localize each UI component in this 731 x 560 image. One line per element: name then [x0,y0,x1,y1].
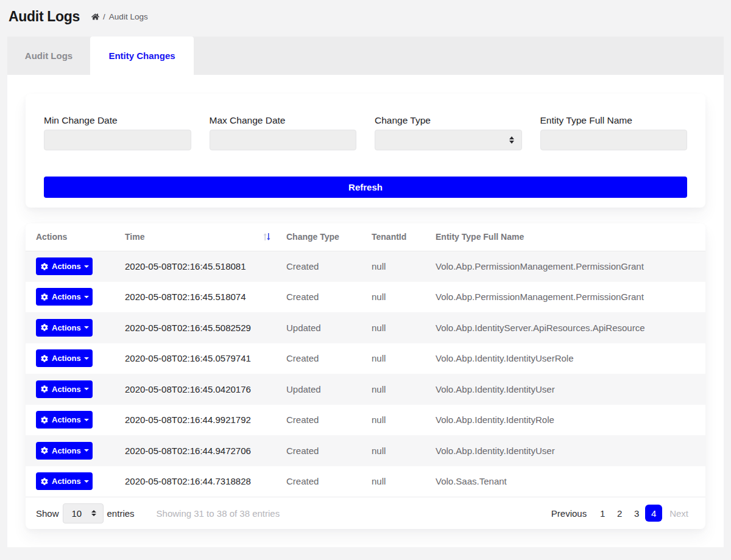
entity-type-cell: Volo.Abp.PermissionManagement.Permission… [425,251,705,282]
tab-entity-changes[interactable]: Entity Changes [90,37,194,75]
table-card: Actions Time Change Type TenantId Entity… [26,223,705,529]
col-header-actions[interactable]: Actions [26,223,115,251]
caret-down-icon [84,419,89,421]
pagination: Previous 1 2 3 4 Next [551,505,688,522]
tenant-id-cell: null [361,374,425,405]
home-icon[interactable] [91,13,99,21]
max-change-date-input[interactable] [210,130,357,150]
tab-audit-logs[interactable]: Audit Logs [7,37,90,75]
page-size-updown-icon [91,510,96,516]
tenant-id-cell: null [361,282,425,313]
tenant-id-cell: null [361,435,425,466]
tab-content: Min Change Date Max Change Date Change T… [7,75,724,547]
min-change-date-input[interactable] [44,130,191,150]
actions-cell: Actions [26,343,115,374]
actions-button[interactable]: Actions [36,442,93,460]
select-updown-icon [509,136,514,144]
breadcrumb-separator: / [103,12,105,21]
entity-type-cell: Volo.Saas.Tenant [425,466,705,497]
field-entity-type-full-name: Entity Type Full Name [540,114,688,150]
table-row: Actions 2020-05-08T02:16:45.5082529 Upda… [26,312,705,343]
tenant-id-cell: null [361,405,425,436]
tenant-id-cell: null [361,466,425,497]
pagination-page-3[interactable]: 3 [628,505,645,522]
time-cell: 2020-05-08T02:16:44.9472706 [115,435,276,466]
time-cell: 2020-05-08T02:16:44.9921792 [115,405,276,436]
pagination-previous[interactable]: Previous [551,508,587,519]
gear-icon [41,355,48,362]
table-row: Actions 2020-05-08T02:16:44.9921792 Crea… [26,405,705,436]
actions-button[interactable]: Actions [36,472,93,490]
actions-button[interactable]: Actions [36,319,93,337]
actions-button[interactable]: Actions [36,380,93,398]
actions-cell: Actions [26,466,115,497]
gear-icon [41,478,48,485]
col-header-tenant-id[interactable]: TenantId [361,223,425,251]
entity-type-cell: Volo.Abp.Identity.IdentityUser [425,374,705,405]
pagination-next[interactable]: Next [669,508,688,519]
breadcrumb-current: Audit Logs [109,12,148,21]
entity-type-full-name-label: Entity Type Full Name [540,114,688,127]
entity-type-cell: Volo.Abp.Identity.IdentityUser [425,435,705,466]
tenant-id-cell: null [361,343,425,374]
entries-label: entries [107,508,135,519]
caret-down-icon [84,449,89,452]
col-header-change-type[interactable]: Change Type [276,223,361,251]
entity-type-cell: Volo.Abp.Identity.IdentityUserRole [425,343,705,374]
time-cell: 2020-05-08T02:16:45.0420176 [115,374,276,405]
gear-icon [41,324,48,331]
caret-down-icon [84,480,89,483]
change-type-cell: Updated [276,312,361,343]
entity-type-cell: Volo.Abp.PermissionManagement.Permission… [425,282,705,313]
caret-down-icon [84,357,89,360]
table-row: Actions 2020-05-08T02:16:45.0579741 Crea… [26,343,705,374]
actions-button[interactable]: Actions [36,257,93,275]
actions-button[interactable]: Actions [36,411,93,429]
col-header-time[interactable]: Time [115,223,276,251]
col-header-entity-type[interactable]: Entity Type Full Name [425,223,705,251]
caret-down-icon [84,326,89,329]
actions-button[interactable]: Actions [36,349,93,367]
page-header: Audit Logs / Audit Logs [0,0,731,37]
tenant-id-cell: null [361,312,425,343]
filter-card: Min Change Date Max Change Date Change T… [26,94,705,208]
page-title: Audit Logs [9,9,80,25]
table-row: Actions 2020-05-08T02:16:45.0420176 Upda… [26,374,705,405]
min-change-date-label: Min Change Date [44,114,191,127]
change-type-select[interactable] [375,130,522,150]
entity-changes-table: Actions Time Change Type TenantId Entity… [26,223,705,497]
table-header-row: Actions Time Change Type TenantId Entity… [26,223,705,251]
time-cell: 2020-05-08T02:16:44.7318828 [115,466,276,497]
tab-strip: Audit Logs Entity Changes [7,37,724,75]
actions-button[interactable]: Actions [36,288,93,306]
page-size-select[interactable]: 10 [63,503,104,523]
sort-icon[interactable] [263,233,271,241]
change-type-label: Change Type [375,114,522,127]
change-type-cell: Created [276,435,361,466]
pagination-page-1[interactable]: 1 [594,505,611,522]
field-change-type: Change Type [375,114,522,150]
entity-type-full-name-input[interactable] [540,130,688,150]
table-row: Actions 2020-05-08T02:16:44.7318828 Crea… [26,466,705,497]
field-min-change-date: Min Change Date [44,114,191,150]
tenant-id-cell: null [361,251,425,282]
refresh-button[interactable]: Refresh [44,177,687,198]
gear-icon [41,447,48,454]
actions-cell: Actions [26,435,115,466]
change-type-cell: Created [276,405,361,436]
caret-down-icon [84,388,89,390]
time-cell: 2020-05-08T02:16:45.5082529 [115,312,276,343]
actions-cell: Actions [26,312,115,343]
change-type-cell: Created [276,282,361,313]
actions-cell: Actions [26,405,115,436]
pagination-page-2[interactable]: 2 [611,505,628,522]
change-type-cell: Created [276,251,361,282]
caret-down-icon [84,265,89,268]
gear-icon [41,263,48,270]
change-type-cell: Created [276,343,361,374]
field-max-change-date: Max Change Date [210,114,357,150]
breadcrumb: / Audit Logs [91,12,148,21]
change-type-cell: Updated [276,374,361,405]
table-row: Actions 2020-05-08T02:16:45.518081 Creat… [26,251,705,282]
pagination-page-4-active[interactable]: 4 [645,505,662,522]
